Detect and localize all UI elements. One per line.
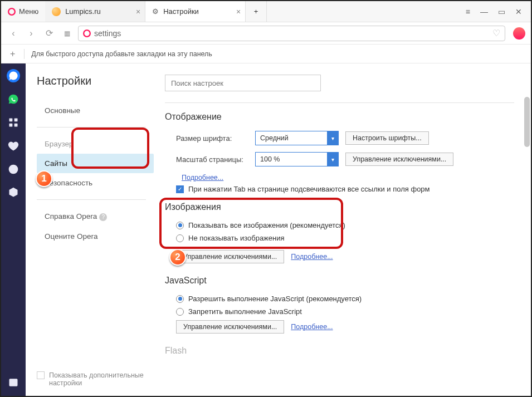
radio-hide-images[interactable] <box>176 234 184 242</box>
radio-hide-images-label: Не показывать изображения <box>188 234 285 242</box>
tab-title: Настройки <box>163 7 199 16</box>
bookmarks-hint: Для быстрого доступа добавьте закладки н… <box>31 50 212 58</box>
nav-item-rate[interactable]: Оцените Opera <box>37 227 154 246</box>
radio-js-allow-label: Разрешить выполнение JavaScript (рекомен… <box>188 295 362 303</box>
window-menu-icon[interactable]: ≡ <box>466 7 470 16</box>
page-zoom-select[interactable]: 100 % ▾ <box>255 152 339 166</box>
chevron-down-icon: ▾ <box>327 153 338 166</box>
svg-rect-4 <box>9 124 13 127</box>
section-display-title: Отображение <box>165 112 514 122</box>
radio-js-allow[interactable] <box>176 295 184 303</box>
opera-icon <box>8 8 16 16</box>
radio-show-images-label: Показывать все изображения (рекомендуетс… <box>188 221 345 229</box>
app-sidebar <box>1 63 26 396</box>
font-size-select[interactable]: Средний ▾ <box>255 131 339 145</box>
divider <box>24 49 25 59</box>
new-tab-button[interactable]: + <box>246 1 267 22</box>
separator <box>165 102 514 103</box>
address-bar: ‹ › ⟳ ▦ ♡ <box>1 22 531 45</box>
nav-item-security[interactable]: Безопасность <box>37 173 154 193</box>
reload-button[interactable]: ⟳ <box>42 27 56 40</box>
add-bookmark-button[interactable]: + <box>8 49 17 59</box>
annotation-callout-1: 1 <box>36 170 52 187</box>
minimize-icon[interactable]: — <box>480 7 488 16</box>
gear-icon: ⚙ <box>152 7 159 16</box>
annotation-callout-2: 2 <box>169 249 186 266</box>
nav-item-browser[interactable]: Браузер <box>37 134 154 154</box>
titlebar: Меню Lumpics.ru × ⚙ Настройки × + ≡ — ▭ … <box>1 1 531 22</box>
tab-title: Lumpics.ru <box>65 7 101 16</box>
profile-avatar[interactable] <box>513 27 525 40</box>
close-window-icon[interactable]: ✕ <box>515 7 522 16</box>
help-icon: ? <box>99 213 107 221</box>
clock-icon[interactable] <box>7 163 20 176</box>
address-input[interactable] <box>94 29 489 38</box>
tab-lumpics[interactable]: Lumpics.ru × <box>45 1 145 22</box>
settings-nav: Настройки Основные Браузер Сайты Безопас… <box>26 63 154 396</box>
settings-content: Отображение Размер шрифта: Средний ▾ Нас… <box>154 63 531 396</box>
advanced-settings-label: Показывать дополнительные настройки <box>49 371 148 387</box>
js-more-link[interactable]: Подробнее... <box>291 323 333 331</box>
images-more-link[interactable]: Подробнее... <box>291 253 333 261</box>
section-images-title: Изображения <box>165 202 514 212</box>
tab-close-icon[interactable]: × <box>136 7 140 16</box>
nav-back-button[interactable]: ‹ <box>7 27 20 40</box>
radio-js-block-label: Запретить выполнение JavaScript <box>188 307 302 316</box>
tab-settings[interactable]: ⚙ Настройки × <box>145 1 246 22</box>
js-exceptions-button[interactable]: Управление исключениями... <box>176 320 284 334</box>
menu-label: Меню <box>19 7 38 16</box>
nav-forward-button[interactable]: › <box>25 27 38 40</box>
menu-button[interactable]: Меню <box>1 7 45 16</box>
font-size-label: Размер шрифта: <box>176 134 248 143</box>
page-zoom-value: 100 % <box>260 155 280 163</box>
speed-dial-sidebar-icon[interactable] <box>7 116 20 129</box>
tab-highlight-label: При нажатии Tab на странице подсвечивают… <box>188 185 430 193</box>
display-more-link[interactable]: Подробнее... <box>182 174 223 182</box>
svg-rect-5 <box>14 124 18 127</box>
whatsapp-icon[interactable] <box>7 92 20 106</box>
site-favicon-icon <box>52 7 61 16</box>
maximize-icon[interactable]: ▭ <box>498 7 505 16</box>
tab-close-icon[interactable]: × <box>236 7 241 16</box>
opera-badge-icon <box>83 30 91 37</box>
bookmarks-bar: + Для быстрого доступа добавьте закладки… <box>1 45 531 63</box>
nav-item-basic[interactable]: Основные <box>37 101 154 120</box>
svg-point-0 <box>8 8 15 15</box>
checkbox-empty-icon <box>37 371 45 379</box>
messenger-icon[interactable] <box>7 69 20 82</box>
configure-fonts-button[interactable]: Настроить шрифты... <box>345 131 429 145</box>
nav-separator <box>37 127 146 128</box>
page-zoom-label: Масштаб страницы: <box>176 155 248 164</box>
bookmark-heart-icon[interactable]: ♡ <box>492 28 500 38</box>
nav-item-sites[interactable]: Сайты <box>37 154 154 173</box>
scrollbar[interactable] <box>524 97 530 147</box>
svg-rect-2 <box>9 119 13 122</box>
svg-point-1 <box>84 30 90 37</box>
radio-show-images[interactable] <box>176 222 184 229</box>
settings-search-input[interactable] <box>165 75 321 91</box>
section-flash-title: Flash <box>165 346 514 356</box>
section-js-title: JavaScript <box>165 276 514 286</box>
nav-item-help[interactable]: Справка Opera? <box>37 207 154 227</box>
heart-outline-icon[interactable] <box>7 139 20 153</box>
chevron-down-icon: ▾ <box>327 131 338 145</box>
zoom-exceptions-button[interactable]: Управление исключениями... <box>345 153 453 166</box>
speed-dial-icon[interactable]: ▦ <box>60 27 74 40</box>
settings-title: Настройки <box>37 75 154 87</box>
checkbox-checked-icon[interactable]: ✓ <box>176 185 184 193</box>
advanced-settings-toggle[interactable]: Показывать дополнительные настройки <box>37 371 148 387</box>
nav-separator <box>37 199 146 200</box>
radio-js-block[interactable] <box>176 308 184 316</box>
svg-rect-7 <box>9 379 17 386</box>
font-size-value: Средний <box>260 134 289 142</box>
panel-toggle-icon[interactable] <box>7 376 20 389</box>
svg-rect-3 <box>14 119 18 122</box>
images-exceptions-button[interactable]: Управление исключениями... <box>176 250 284 263</box>
cube-icon[interactable] <box>7 186 20 199</box>
